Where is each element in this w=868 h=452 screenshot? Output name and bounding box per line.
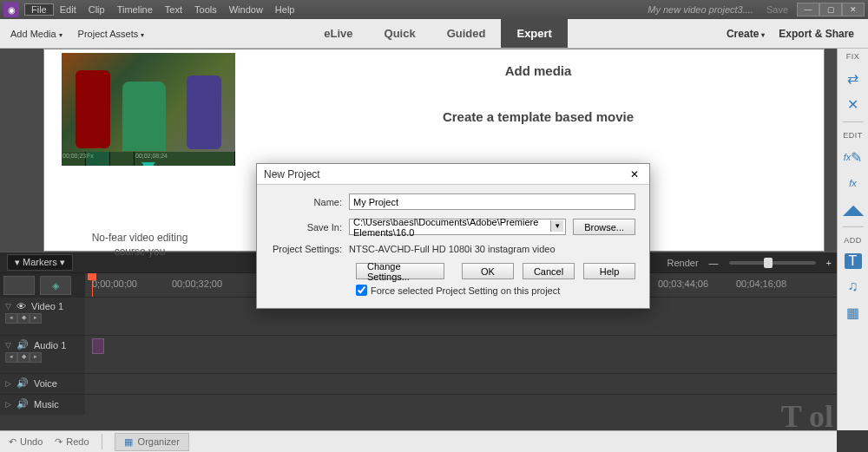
project-assets-dropdown[interactable]: Project Assets [75, 29, 148, 39]
video-thumbnail[interactable]: 00;00;23Fx00;02;08;24 [62, 53, 235, 166]
ruler-tick: 0;00;00;00 [92, 278, 137, 289]
menu-window[interactable]: Window [223, 4, 269, 15]
undo-icon: ↶ [9, 436, 16, 448]
ruler-tick: 00;04;16;08 [736, 278, 786, 289]
grid-icon: ▦ [124, 436, 133, 448]
savein-select[interactable]: C:\Users\baesl\Documents\Adobe\Premiere … [349, 219, 566, 235]
fx-icon[interactable]: fx [844, 174, 863, 192]
bottom-bar: ↶Undo ↷Redo ▦Organizer [0, 430, 837, 452]
track-tool-2[interactable]: ◈ [40, 276, 71, 295]
track-label: Audio 1 [34, 340, 66, 350]
text-icon[interactable]: T [845, 253, 862, 269]
panel-label-add: ADD [844, 236, 862, 245]
export-share-button[interactable]: Export & Share [772, 28, 861, 40]
settings-label: Project Settings: [271, 244, 349, 254]
timeline-tracks: ▽👁Video 1◂◆▸ ▽🔊Audio 1◂◆▸ ▷🔊Voice ▷🔊Musi… [0, 297, 868, 423]
track-voice[interactable]: ▷🔊Voice [0, 373, 868, 394]
arrow-down-icon [141, 162, 155, 166]
new-project-dialog: New Project✕ Name: Save In: C:\Users\bae… [256, 163, 650, 309]
undo-button[interactable]: ↶Undo [9, 436, 43, 448]
settings-value: NTSC-AVCHD-Full HD 1080i 30 instagram vi… [349, 244, 556, 254]
dialog-title: New Project [264, 168, 627, 180]
menu-tools[interactable]: Tools [188, 4, 223, 15]
panel-label-edit: EDIT [843, 131, 863, 140]
menu-edit[interactable]: Edit [54, 4, 82, 15]
speaker-icon[interactable]: 🔊 [16, 339, 29, 350]
ruler-tick: 00;03;44;06 [658, 278, 708, 289]
main-toolbar: Add Media Project Assets eLive Quick Gui… [0, 19, 868, 49]
fx-edit-icon[interactable]: fx✎ [844, 148, 863, 166]
app-logo-icon: ◉ [3, 2, 19, 17]
force-setting-checkbox[interactable]: Force selected Project Setting on this p… [356, 285, 635, 296]
redo-icon: ↷ [55, 436, 62, 448]
project-name: My new video project3.... [648, 4, 753, 15]
name-label: Name: [271, 197, 349, 207]
eye-icon[interactable]: 👁 [16, 301, 26, 311]
track-label: Music [34, 399, 59, 409]
adjust-icon[interactable]: ⇄ [844, 69, 863, 87]
graphics-icon[interactable]: ▦ [844, 304, 863, 321]
panel-label-fix: FIX [846, 52, 860, 61]
close-icon[interactable]: ✕ [842, 3, 865, 16]
add-media-dropdown[interactable]: Add Media [7, 29, 66, 39]
zoom-out-icon[interactable]: — [709, 258, 719, 268]
tab-quick[interactable]: Quick [369, 19, 431, 48]
thumbnail-caption: No-fear video editing course you [79, 232, 201, 259]
zoom-in-icon[interactable]: + [826, 258, 832, 268]
help-button[interactable]: Help [583, 263, 635, 279]
create-dropdown[interactable]: Create [720, 28, 772, 40]
tab-guided[interactable]: Guided [431, 19, 502, 48]
redo-button[interactable]: ↷Redo [55, 436, 89, 448]
cancel-button[interactable]: Cancel [523, 263, 575, 279]
add-media-heading[interactable]: Add media [270, 53, 806, 99]
track-tool-1[interactable] [3, 276, 35, 295]
template-movie-heading[interactable]: Create a template based movie [270, 99, 806, 145]
menu-text[interactable]: Text [159, 4, 188, 15]
save-button[interactable]: Save [766, 4, 788, 15]
dialog-close-icon[interactable]: ✕ [627, 167, 642, 182]
change-settings-button[interactable]: Change Settings... [356, 263, 444, 279]
render-button[interactable]: Render [667, 258, 698, 268]
track-audio1[interactable]: ▽🔊Audio 1◂◆▸ [0, 335, 868, 373]
ok-button[interactable]: OK [462, 263, 514, 279]
tab-elive[interactable]: eLive [308, 19, 368, 48]
browse-button[interactable]: Browse... [573, 219, 635, 235]
audio-clip[interactable] [92, 338, 104, 354]
tab-expert[interactable]: Expert [501, 19, 567, 48]
music-icon[interactable]: ♫ [844, 278, 863, 295]
tools-icon[interactable]: ✕ [844, 95, 863, 113]
track-label: Video 1 [31, 301, 63, 311]
track-label: Voice [34, 378, 57, 389]
zoom-slider[interactable] [729, 261, 816, 265]
menu-clip[interactable]: Clip [82, 4, 111, 15]
speaker-icon[interactable]: 🔊 [16, 398, 29, 409]
name-input[interactable] [349, 193, 635, 210]
ruler-tick: 00;00;32;00 [172, 278, 222, 289]
markers-dropdown[interactable]: ▾ Markers ▾ [7, 254, 73, 271]
titlebar: ◉ File Edit Clip Timeline Text Tools Win… [0, 0, 868, 19]
transition-icon[interactable]: ◢◣ [844, 200, 863, 218]
speaker-icon[interactable]: 🔊 [16, 377, 29, 389]
menu-timeline[interactable]: Timeline [111, 4, 159, 15]
minimize-icon[interactable]: — [797, 3, 819, 16]
track-music[interactable]: ▷🔊Music [0, 394, 868, 415]
maximize-icon[interactable]: ▢ [819, 3, 842, 16]
right-panel: FIX ⇄ ✕ EDIT fx✎ fx ◢◣ ADD T ♫ ▦ [837, 49, 868, 430]
menu-file[interactable]: File [24, 3, 54, 16]
savein-label: Save In: [271, 222, 349, 233]
menu-help[interactable]: Help [269, 4, 301, 15]
organizer-button[interactable]: ▦Organizer [115, 433, 189, 451]
